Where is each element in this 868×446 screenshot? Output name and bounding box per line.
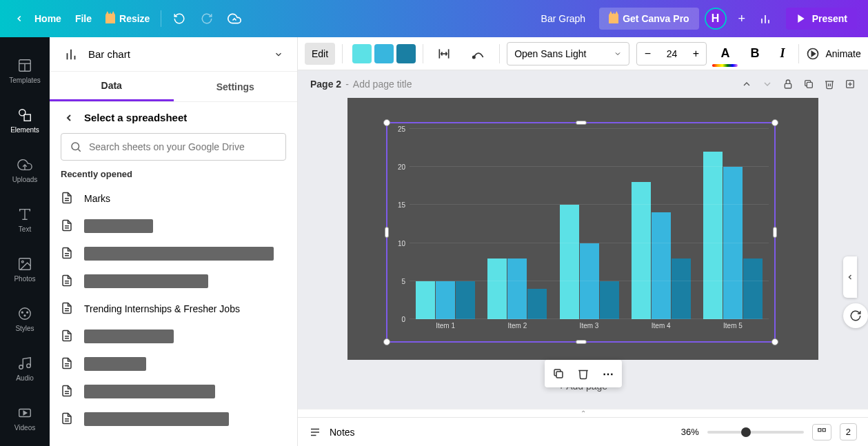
context-toolbar: Edit Open Sans Light − 24 + A B I Animat… xyxy=(298,37,868,70)
zoom-slider-thumb[interactable] xyxy=(741,427,751,437)
page-down-icon[interactable] xyxy=(762,79,773,90)
nav-elements[interactable]: Elements xyxy=(0,95,50,145)
bar xyxy=(672,259,691,319)
share-plus-icon[interactable]: + xyxy=(732,9,751,28)
resize-handle-t[interactable] xyxy=(576,121,587,125)
svg-marker-21 xyxy=(23,411,27,415)
italic-button[interactable]: I xyxy=(773,43,791,65)
x-label: Item 1 xyxy=(410,322,481,336)
resize-handle-l[interactable] xyxy=(385,227,389,238)
nav-audio[interactable]: Audio xyxy=(0,343,50,393)
x-label: Item 2 xyxy=(481,322,553,336)
undo-icon[interactable] xyxy=(171,10,188,27)
duplicate-page-icon[interactable] xyxy=(803,79,814,90)
audio-icon xyxy=(17,355,33,372)
zoom-slider[interactable] xyxy=(707,431,804,434)
resize-handle-bl[interactable] xyxy=(383,338,390,345)
bar-chart-icon xyxy=(63,47,79,62)
bold-button[interactable]: B xyxy=(743,43,766,65)
present-button[interactable]: Present xyxy=(786,8,857,30)
resize-handle-tr[interactable] xyxy=(771,119,778,126)
sync-icon[interactable] xyxy=(843,303,868,328)
insights-chart-icon[interactable] xyxy=(757,10,774,27)
font-size-decrease[interactable]: − xyxy=(637,43,658,65)
home-link[interactable]: Home xyxy=(34,13,61,24)
nav-uploads[interactable]: Uploads xyxy=(0,145,50,194)
file-row[interactable]: Marks xyxy=(50,185,297,212)
file-row[interactable] xyxy=(50,267,297,295)
nav-videos[interactable]: Videos xyxy=(0,393,50,443)
page-canvas[interactable]: 0510152025 Item 1Item 2Item 3Item 4Item … xyxy=(347,98,818,360)
color-swatch-2[interactable] xyxy=(374,44,394,63)
svg-point-17 xyxy=(24,314,26,316)
delete-page-icon[interactable] xyxy=(824,79,835,90)
trash-icon[interactable] xyxy=(574,364,593,383)
resize-button[interactable]: Resize xyxy=(105,13,150,24)
nav-templates[interactable]: Templates xyxy=(0,45,50,95)
resize-handle-br[interactable] xyxy=(771,338,778,345)
file-row[interactable] xyxy=(50,212,297,240)
cloud-sync-icon[interactable] xyxy=(226,10,243,27)
redo-icon[interactable] xyxy=(199,10,215,27)
text-color-button[interactable]: A xyxy=(714,43,736,65)
page-up-icon[interactable] xyxy=(741,79,752,90)
document-icon xyxy=(61,411,74,427)
nav-text[interactable]: Text xyxy=(0,194,50,244)
nav-label: Photos xyxy=(14,275,35,283)
get-pro-button[interactable]: Get Canva Pro xyxy=(599,8,698,30)
zoom-value[interactable]: 36% xyxy=(681,427,699,437)
back-chevron-icon[interactable] xyxy=(11,10,28,27)
font-family-select[interactable]: Open Sans Light xyxy=(507,42,629,65)
document-title[interactable]: Bar Graph xyxy=(541,13,586,24)
tab-data[interactable]: Data xyxy=(50,72,174,101)
divider xyxy=(798,44,799,63)
user-avatar[interactable]: H xyxy=(705,8,727,30)
font-size-increase[interactable]: + xyxy=(685,43,706,65)
lock-icon[interactable] xyxy=(783,79,794,90)
file-row[interactable] xyxy=(50,378,297,405)
resize-handle-tl[interactable] xyxy=(383,119,390,126)
select-spreadsheet-button[interactable]: Select a spreadsheet xyxy=(50,102,297,133)
font-size-value[interactable]: 24 xyxy=(658,48,685,59)
y-axis: 0510152025 xyxy=(393,129,407,319)
bar xyxy=(436,281,455,319)
resize-handle-r[interactable] xyxy=(773,227,777,238)
canvas-scroll[interactable]: 0510152025 Item 1Item 2Item 3Item 4Item … xyxy=(298,98,868,409)
svg-rect-56 xyxy=(556,372,563,378)
file-menu[interactable]: File xyxy=(75,13,92,24)
canvas-area: Edit Open Sans Light − 24 + A B I Animat… xyxy=(298,37,868,446)
page-count[interactable]: 2 xyxy=(840,423,857,440)
spacing-icon[interactable] xyxy=(430,43,458,65)
notes-button[interactable]: Notes xyxy=(330,427,355,438)
page-header: Page 2 - Add page title xyxy=(298,70,868,98)
more-icon[interactable]: ⋯ xyxy=(598,364,618,383)
search-input[interactable] xyxy=(89,141,277,152)
bar xyxy=(703,152,723,319)
nav-photos[interactable]: Photos xyxy=(0,244,50,294)
duplicate-icon[interactable] xyxy=(549,364,568,383)
file-row[interactable]: Trending Internships & Fresher Jobs xyxy=(50,295,297,323)
file-row[interactable] xyxy=(50,350,297,378)
color-swatch-1[interactable] xyxy=(352,44,372,63)
tab-settings[interactable]: Settings xyxy=(174,72,298,101)
collapse-handle[interactable]: ⌃ xyxy=(298,409,868,417)
expand-right-icon[interactable] xyxy=(843,256,857,298)
edit-button[interactable]: Edit xyxy=(305,43,335,65)
file-row[interactable] xyxy=(50,323,297,350)
chart-type-selector[interactable]: Bar chart xyxy=(50,37,297,72)
file-row[interactable] xyxy=(50,240,297,267)
chart-selection-box[interactable]: 0510152025 Item 1Item 2Item 3Item 4Item … xyxy=(386,122,776,343)
file-row[interactable] xyxy=(50,405,297,433)
animate-button[interactable]: Animate xyxy=(806,47,860,61)
svg-rect-52 xyxy=(807,82,812,88)
resize-handle-b[interactable] xyxy=(576,340,587,344)
search-field[interactable] xyxy=(61,133,286,161)
smooth-curve-icon[interactable] xyxy=(465,43,492,65)
grid-view-icon[interactable] xyxy=(812,424,831,440)
nav-styles[interactable]: Styles xyxy=(0,294,50,343)
nav-label: Templates xyxy=(9,77,41,84)
present-label: Present xyxy=(812,13,847,24)
page-title-placeholder[interactable]: Add page title xyxy=(353,79,412,90)
add-page-icon[interactable] xyxy=(845,79,856,90)
color-swatch-3[interactable] xyxy=(396,44,416,63)
